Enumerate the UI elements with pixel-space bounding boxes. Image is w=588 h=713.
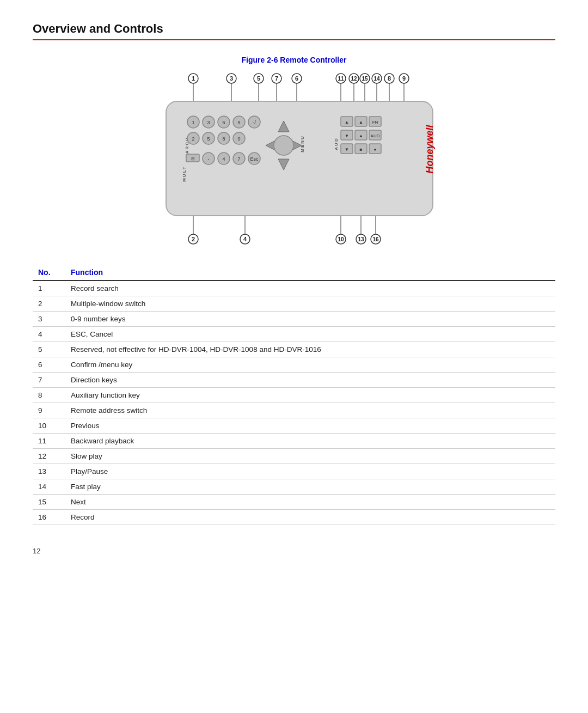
row-no: 6 [33,357,65,373]
page-title: Overview and Controls [33,22,555,40]
row-no: 12 [33,449,65,464]
row-function: Reserved, not effective for HD-DVR-1004,… [65,342,555,357]
svg-text:14: 14 [373,76,380,82]
row-no: 14 [33,479,65,495]
table-row: 6Confirm /menu key [33,357,555,373]
row-function: Fast play [65,479,555,495]
row-function: Slow play [65,449,555,464]
row-no: 7 [33,373,65,388]
svg-text:MENU: MENU [300,135,305,153]
row-no: 5 [33,342,65,357]
table-row: 5Reserved, not effective for HD-DVR-1004… [33,342,555,357]
row-no: 15 [33,495,65,510]
svg-text:13: 13 [358,236,364,242]
figure-caption: Figure 2-6 Remote Controller [33,56,555,64]
svg-text:2: 2 [192,136,194,142]
row-no: 3 [33,312,65,327]
table-row: 11Backward playback [33,434,555,449]
row-function: Multiple-window switch [65,296,555,312]
svg-text:3: 3 [207,120,210,125]
row-no: 4 [33,327,65,342]
row-function: Remote address switch [65,403,555,418]
svg-text:AUD: AUD [334,137,339,150]
svg-text:MULT: MULT [182,166,187,182]
row-function: Record [65,510,555,525]
svg-text:4: 4 [222,156,225,162]
function-table: No. Function 1Record search2Multiple-win… [33,265,555,525]
svg-text:4: 4 [243,236,247,242]
row-no: 13 [33,464,65,479]
svg-text:2: 2 [192,236,195,242]
table-row: 30-9 number keys [33,312,555,327]
svg-text:9: 9 [237,120,240,125]
svg-text:8: 8 [388,75,391,82]
svg-text:6: 6 [222,120,225,125]
svg-point-69 [274,136,293,155]
row-no: 9 [33,403,65,418]
col-header-function: Function [65,265,555,281]
svg-text:0: 0 [237,136,240,142]
svg-text:▲: ▲ [345,120,349,125]
svg-text:Honeywell: Honeywell [424,124,435,173]
table-row: 9Remote address switch [33,403,555,418]
table-row: 8Auxiliary function key [33,388,555,403]
row-no: 11 [33,434,65,449]
svg-text:▲: ▲ [359,120,363,125]
row-no: 8 [33,388,65,403]
svg-text:■: ■ [360,147,363,152]
svg-text:10: 10 [338,236,344,242]
svg-text:9: 9 [402,75,406,82]
row-function: Record search [65,281,555,296]
remote-illustration: 1 3 5 7 6 11 12 15 14 8 [33,73,555,247]
svg-text:▲: ▲ [359,133,363,138]
svg-text:●: ● [374,147,377,152]
page-number: 12 [33,547,555,555]
row-function: Backward playback [65,434,555,449]
row-function: 0-9 number keys [65,312,555,327]
svg-text:12: 12 [351,76,357,82]
row-function: Auxiliary function key [65,388,555,403]
col-header-no: No. [33,265,65,281]
svg-text:-: - [208,156,210,162]
row-function: Play/Pause [65,464,555,479]
table-row: 15Next [33,495,555,510]
row-no: 2 [33,296,65,312]
row-function: Previous [65,418,555,434]
table-row: 16Record [33,510,555,525]
row-no: 16 [33,510,65,525]
svg-text:16: 16 [372,236,379,242]
table-row: 12Slow play [33,449,555,464]
table-row: 2Multiple-window switch [33,296,555,312]
svg-text:1: 1 [192,120,194,125]
svg-text:AUD: AUD [371,133,380,138]
row-no: 10 [33,418,65,434]
svg-text:Esc: Esc [250,156,259,162]
svg-text:15: 15 [362,76,368,82]
table-row: 1Record search [33,281,555,296]
row-function: ESC, Cancel [65,327,555,342]
svg-text:5: 5 [257,75,260,82]
svg-text:FN: FN [372,120,378,125]
svg-text:7: 7 [237,156,240,162]
table-row: 10Previous [33,418,555,434]
svg-text:6: 6 [295,75,298,82]
table-row: 14Fast play [33,479,555,495]
svg-text:11: 11 [338,76,344,82]
table-row: 13Play/Pause [33,464,555,479]
svg-text:⊞: ⊞ [191,156,195,161]
svg-text:7: 7 [275,75,278,82]
row-function: Next [65,495,555,510]
svg-text:1: 1 [192,75,195,82]
table-row: 4ESC, Cancel [33,327,555,342]
table-row: 7Direction keys [33,373,555,388]
svg-text:5: 5 [207,136,210,142]
svg-text:8: 8 [222,136,225,142]
svg-text:▼: ▼ [345,133,349,138]
row-function: Confirm /menu key [65,357,555,373]
row-no: 1 [33,281,65,296]
svg-text:▼: ▼ [345,147,349,152]
svg-text:3: 3 [230,75,233,82]
row-function: Direction keys [65,373,555,388]
svg-text:-/: -/ [253,120,256,125]
